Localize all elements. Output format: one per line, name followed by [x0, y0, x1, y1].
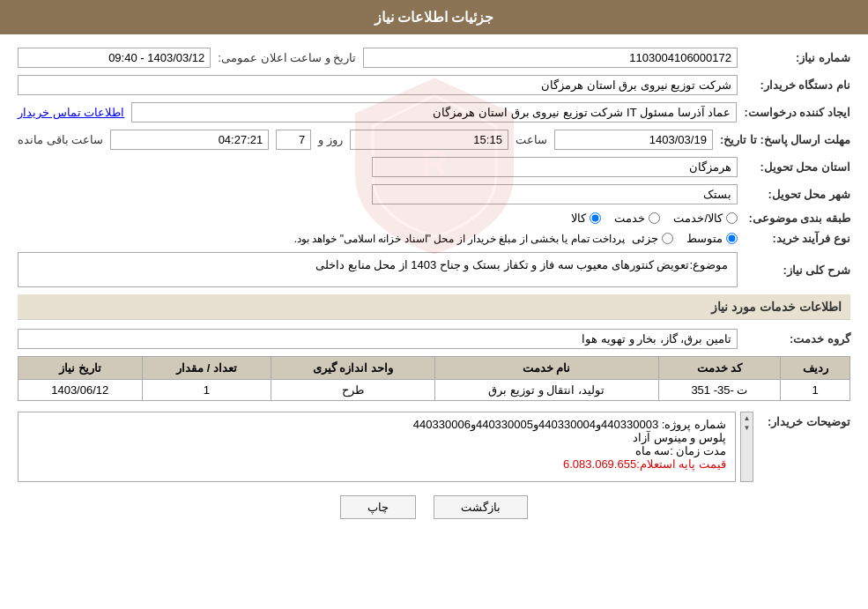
col-header-date: تاریخ نیاز	[19, 357, 143, 380]
service-group-value: تامین برق، گاز، بخار و تهویه هوا	[18, 329, 738, 349]
buyer-description-area: توضیحات خریدار: ▲ ▼ شماره پروژه: 4403300…	[18, 412, 850, 482]
category-label-kala-khedmat: کالا/خدمت	[673, 212, 723, 225]
purchase-type-option-motavasset: متوسط	[686, 232, 738, 245]
need-number-row: شماره نیاز: 1103004106000172 تاریخ و ساع…	[18, 48, 850, 68]
buyer-desc-label: توضیحات خریدار:	[762, 412, 850, 428]
subject-value: موضوع:تعویض کنتورهای معیوب سه فاز و تکفا…	[18, 252, 738, 287]
buyer-desc-highlight: قیمت پایه استعلام:6.083.069.655	[27, 457, 726, 471]
need-number-label: شماره نیاز:	[745, 51, 850, 64]
deadline-time-label: ساعت	[516, 133, 547, 146]
purchase-type-note: پرداخت تمام یا بخشی از مبلغ خریدار از مح…	[294, 233, 625, 245]
deadline-remaining-label: ساعت باقی مانده	[18, 133, 103, 146]
content-area: R شماره نیاز: 1103004106000172 تاریخ و س…	[0, 34, 868, 546]
category-option-kala-khedmat: کالا/خدمت	[673, 212, 738, 225]
public-date-label: تاریخ و ساعت اعلان عمومی:	[218, 51, 356, 64]
col-header-row: ردیف	[781, 357, 850, 380]
scrollbar-area: ▲ ▼	[740, 412, 753, 482]
deadline-days-value: 7	[276, 130, 311, 150]
category-label-kala: کالا	[571, 212, 586, 225]
purchase-type-option-jozzi: جزئی	[632, 232, 673, 245]
category-radio-khedmat[interactable]	[649, 212, 660, 224]
category-label: طبقه بندی موضوعی:	[745, 212, 850, 225]
category-option-kala: کالا	[571, 212, 601, 225]
scroll-down-arrow[interactable]: ▼	[744, 424, 751, 432]
purchase-type-radio-group: متوسط جزئی	[632, 232, 738, 245]
deadline-label: مهلت ارسال پاسخ: تا تاریخ:	[720, 133, 850, 146]
cell-qty: 1	[142, 380, 271, 401]
public-date-value: 1403/03/12 - 09:40	[18, 48, 211, 68]
creator-label: ایجاد کننده درخواست:	[744, 106, 850, 119]
purchase-type-radio-motavasset[interactable]	[726, 233, 738, 244]
col-header-code: کد خدمت	[658, 357, 781, 380]
purchase-type-label-motavasset: متوسط	[686, 232, 723, 245]
deadline-time-value: 15:15	[350, 130, 508, 150]
buyer-desc-line-2: پلوس و مینوس آزاد	[27, 431, 726, 444]
col-header-unit: واحد اندازه گیری	[271, 357, 434, 380]
city-label: شهر محل تحویل:	[745, 188, 850, 201]
cell-row: 1	[781, 380, 850, 401]
cell-code: ت -35- 351	[658, 380, 781, 401]
city-value: بستک	[372, 184, 738, 204]
cell-name: تولید، انتقال و توزیع برق	[434, 380, 658, 401]
creator-row: ایجاد کننده درخواست: عماد آذرسا مسئول IT…	[18, 102, 850, 123]
buyer-org-value: شرکت توزیع نیروی برق استان هرمزگان	[18, 75, 738, 95]
deadline-row: مهلت ارسال پاسخ: تا تاریخ: 1403/03/19 سا…	[18, 130, 850, 150]
page-header: جزئیات اطلاعات نیاز	[0, 0, 868, 34]
category-radio-group: کالا/خدمت خدمت کالا	[571, 212, 738, 225]
services-table: ردیف کد خدمت نام خدمت واحد اندازه گیری ت…	[18, 356, 850, 401]
cell-date: 1403/06/12	[19, 380, 143, 401]
category-radio-kala-khedmat[interactable]	[726, 212, 738, 224]
subject-label: شرح کلی نیاز:	[745, 264, 850, 277]
print-button[interactable]: چاپ	[340, 495, 416, 519]
purchase-type-row: نوع فرآیند خرید: متوسط جزئی پرداخت تمام …	[18, 232, 850, 245]
buyer-desc-line-1: شماره پروژه: 440330003و440330004و4403300…	[27, 418, 726, 431]
deadline-date-value: 1403/03/19	[554, 130, 713, 150]
services-section-title: اطلاعات خدمات مورد نیاز	[18, 294, 850, 320]
deadline-days-label: روز و	[318, 133, 343, 146]
cell-unit: طرح	[271, 380, 434, 401]
buyer-org-row: نام دستگاه خریدار: شرکت توزیع نیروی برق …	[18, 75, 850, 95]
buyer-org-label: نام دستگاه خریدار:	[745, 78, 850, 92]
category-row: طبقه بندی موضوعی: کالا/خدمت خدمت کالا	[18, 212, 850, 225]
col-header-name: نام خدمت	[434, 357, 658, 380]
service-group-row: گروه خدمت: تامین برق، گاز، بخار و تهویه …	[18, 329, 850, 349]
page-container: جزئیات اطلاعات نیاز R شماره نیاز: 110300…	[0, 0, 868, 609]
button-row: بازگشت چاپ	[18, 495, 850, 532]
deadline-remaining-value: 04:27:21	[110, 130, 269, 150]
col-header-qty: تعداد / مقدار	[142, 357, 271, 380]
province-label: استان محل تحویل:	[745, 160, 850, 174]
buyer-desc-line-3: مدت زمان :سه ماه	[27, 444, 726, 457]
category-option-khedmat: خدمت	[614, 212, 660, 225]
city-row: شهر محل تحویل: بستک	[18, 184, 850, 204]
creator-value: عماد آذرسا مسئول IT شرکت توزیع نیروی برق…	[131, 102, 737, 123]
province-row: استان محل تحویل: هرمزگان	[18, 157, 850, 177]
purchase-type-label: نوع فرآیند خرید:	[745, 232, 850, 245]
back-button[interactable]: بازگشت	[434, 495, 528, 519]
buyer-desc-content-wrapper: ▲ ▼ شماره پروژه: 440330003و440330004و440…	[18, 412, 753, 482]
need-number-value: 1103004106000172	[363, 48, 738, 68]
buyer-desc-content: شماره پروژه: 440330003و440330004و4403300…	[18, 412, 736, 482]
scroll-up-arrow[interactable]: ▲	[744, 414, 751, 422]
purchase-type-radio-jozzi[interactable]	[662, 233, 673, 244]
purchase-type-label-jozzi: جزئی	[632, 232, 658, 245]
province-value: هرمزگان	[372, 157, 738, 177]
category-label-khedmat: خدمت	[614, 212, 645, 225]
contact-info-link[interactable]: اطلاعات تماس خریدار	[18, 106, 124, 119]
scrollbar[interactable]: ▲ ▼	[740, 412, 753, 482]
category-radio-kala[interactable]	[590, 212, 601, 224]
subject-row: شرح کلی نیاز: موضوع:تعویض کنتورهای معیوب…	[18, 252, 850, 287]
table-row: 1 ت -35- 351 تولید، انتقال و توزیع برق ط…	[19, 380, 850, 401]
page-title: جزئیات اطلاعات نیاز	[375, 10, 494, 25]
form-outer: R شماره نیاز: 1103004106000172 تاریخ و س…	[18, 48, 850, 287]
service-group-label: گروه خدمت:	[745, 332, 850, 345]
